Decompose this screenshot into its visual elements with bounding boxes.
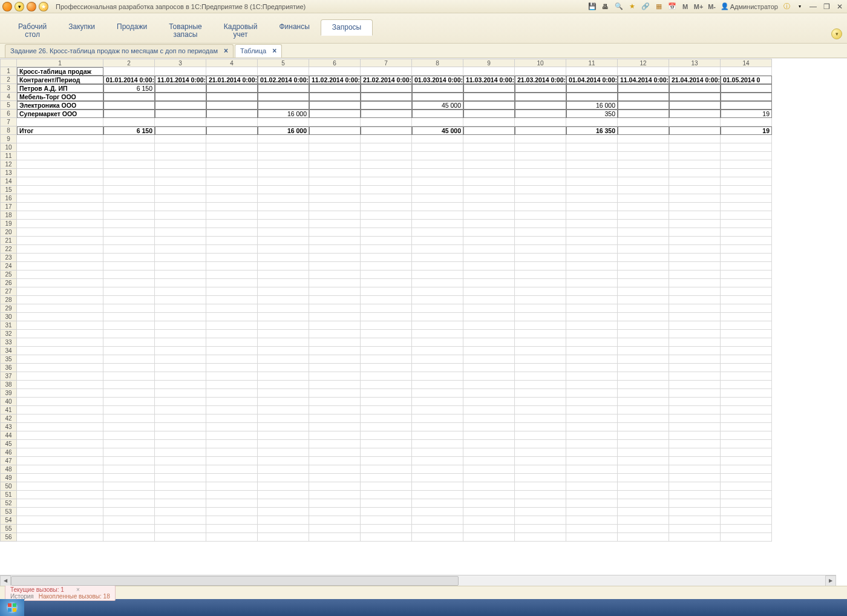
- cell[interactable]: [206, 186, 258, 194]
- cell[interactable]: [515, 304, 566, 313]
- cell[interactable]: [309, 525, 361, 533]
- cell[interactable]: [515, 254, 566, 262]
- cell[interactable]: [566, 440, 618, 448]
- cell[interactable]: [206, 440, 258, 448]
- cell[interactable]: [618, 372, 669, 381]
- cell[interactable]: [309, 482, 361, 491]
- cell[interactable]: [412, 448, 463, 457]
- cell[interactable]: [155, 533, 206, 542]
- cell[interactable]: [618, 228, 669, 237]
- cell[interactable]: [309, 347, 361, 355]
- cell[interactable]: [155, 143, 206, 152]
- cell[interactable]: [721, 67, 772, 76]
- cell[interactable]: [17, 160, 103, 169]
- cell[interactable]: [309, 160, 361, 169]
- cell[interactable]: [17, 347, 103, 355]
- cell[interactable]: [669, 203, 721, 211]
- cell[interactable]: [515, 465, 566, 474]
- cell[interactable]: [463, 330, 515, 338]
- cell[interactable]: [103, 533, 155, 542]
- cell[interactable]: [17, 482, 103, 491]
- cell[interactable]: [361, 118, 412, 126]
- cell[interactable]: [721, 406, 772, 414]
- cell[interactable]: [412, 186, 463, 194]
- cell[interactable]: 6 150: [103, 126, 155, 135]
- cell[interactable]: [463, 287, 515, 296]
- cell[interactable]: [155, 296, 206, 304]
- taskbar-item[interactable]: [177, 600, 201, 615]
- cell[interactable]: [669, 347, 721, 355]
- cell[interactable]: [566, 203, 618, 211]
- cell[interactable]: [103, 152, 155, 160]
- cell[interactable]: [361, 194, 412, 203]
- cell[interactable]: [206, 143, 258, 152]
- taskbar-item[interactable]: [25, 600, 49, 615]
- row-header[interactable]: 55: [0, 525, 17, 533]
- cell[interactable]: [206, 152, 258, 160]
- cell[interactable]: [618, 135, 669, 143]
- cell[interactable]: [566, 118, 618, 126]
- cell[interactable]: [669, 118, 721, 126]
- sheet-corner[interactable]: [0, 59, 17, 67]
- cell[interactable]: [17, 296, 103, 304]
- cell[interactable]: [155, 84, 206, 93]
- cell[interactable]: 11.03.2014 0:00:00: [463, 76, 515, 84]
- tab-purchases[interactable]: Закупки: [57, 19, 106, 34]
- cell[interactable]: [618, 381, 669, 389]
- cell[interactable]: [103, 389, 155, 398]
- cell[interactable]: [309, 93, 361, 101]
- row-header[interactable]: 15: [0, 186, 17, 194]
- cell[interactable]: [155, 135, 206, 143]
- m-button[interactable]: M: [681, 2, 690, 11]
- cell[interactable]: [721, 465, 772, 474]
- cell[interactable]: [258, 152, 309, 160]
- spreadsheet-area[interactable]: 12345678910111213141Кросс-таблица продаж…: [0, 58, 847, 586]
- cell[interactable]: [463, 262, 515, 270]
- cell[interactable]: [669, 279, 721, 287]
- cell[interactable]: [463, 101, 515, 110]
- taskbar-item[interactable]: [76, 600, 100, 615]
- row-header[interactable]: 34: [0, 347, 17, 355]
- cell[interactable]: [258, 448, 309, 457]
- cell[interactable]: [463, 118, 515, 126]
- row-header[interactable]: 23: [0, 254, 17, 262]
- cell[interactable]: [309, 254, 361, 262]
- cell[interactable]: [566, 491, 618, 499]
- cell[interactable]: [206, 474, 258, 482]
- cell[interactable]: [155, 186, 206, 194]
- cell[interactable]: [17, 398, 103, 406]
- row-header[interactable]: 30: [0, 313, 17, 321]
- column-header[interactable]: 4: [206, 59, 258, 67]
- cell[interactable]: [258, 491, 309, 499]
- cell[interactable]: [206, 491, 258, 499]
- close-icon[interactable]: ×: [224, 47, 228, 55]
- cell[interactable]: [17, 152, 103, 160]
- cell[interactable]: [361, 304, 412, 313]
- cell[interactable]: [361, 84, 412, 93]
- cell[interactable]: 16 350: [566, 126, 618, 135]
- cell[interactable]: [618, 203, 669, 211]
- cell[interactable]: [618, 474, 669, 482]
- cell[interactable]: [17, 228, 103, 237]
- column-header[interactable]: 8: [412, 59, 463, 67]
- cell[interactable]: [206, 516, 258, 525]
- cell[interactable]: [463, 499, 515, 508]
- cell[interactable]: [463, 321, 515, 330]
- dropdown-icon[interactable]: ▾: [795, 2, 805, 11]
- cell[interactable]: [309, 355, 361, 364]
- cell[interactable]: [361, 296, 412, 304]
- cell[interactable]: [721, 93, 772, 101]
- cell[interactable]: [361, 101, 412, 110]
- cell[interactable]: [361, 262, 412, 270]
- cell[interactable]: [17, 186, 103, 194]
- cell[interactable]: [463, 152, 515, 160]
- cell[interactable]: [206, 448, 258, 457]
- cell[interactable]: [566, 508, 618, 516]
- cell[interactable]: 19: [721, 110, 772, 118]
- cell[interactable]: [103, 516, 155, 525]
- cell[interactable]: [721, 118, 772, 126]
- row-header[interactable]: 6: [0, 110, 17, 118]
- cell[interactable]: [566, 355, 618, 364]
- cell[interactable]: [155, 457, 206, 465]
- row-header[interactable]: 41: [0, 406, 17, 414]
